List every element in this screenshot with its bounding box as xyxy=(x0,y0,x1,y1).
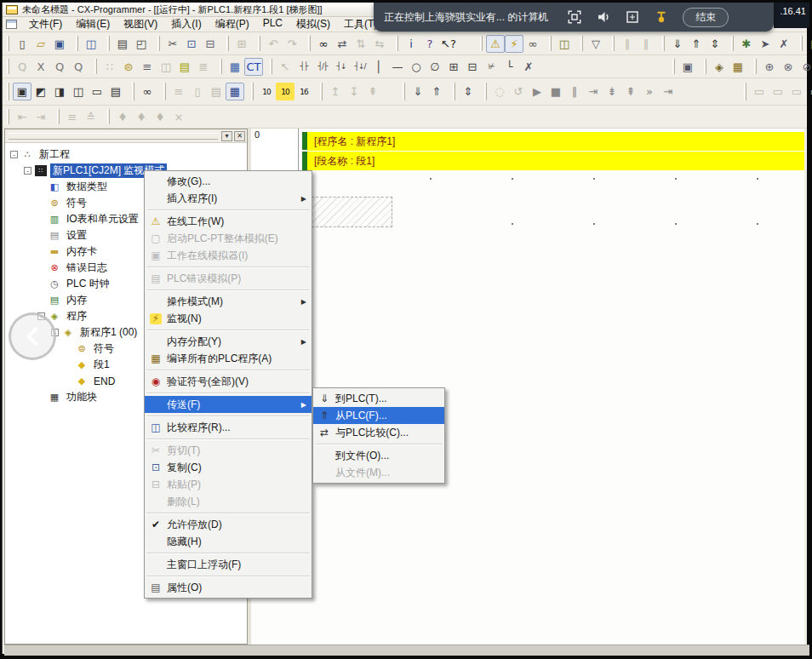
toolbar-grip[interactable] xyxy=(76,36,78,51)
new-contact-icon[interactable]: ┤├ xyxy=(294,58,313,76)
window-project-icon[interactable]: ▣ xyxy=(13,83,31,100)
tree-expander[interactable]: - xyxy=(10,151,18,158)
differentiate-icon[interactable]: ⊬ xyxy=(482,58,500,76)
menu-item-修改[interactable]: 修改(G)... xyxy=(145,173,312,190)
menu-item-插入程序[interactable]: 插入程序(I)▶ xyxy=(145,190,312,207)
menu-item-粘贴[interactable]: ⊟粘贴(P) xyxy=(145,476,312,493)
section-name-row[interactable]: [段名称 : 段1] xyxy=(307,152,804,170)
new-inverted-instruction-icon[interactable]: ⊟ xyxy=(463,58,482,76)
open-project-icon[interactable]: ▱ xyxy=(31,35,50,53)
zoom-out-icon[interactable]: Q xyxy=(50,58,69,76)
menu-模拟[interactable]: 模拟(S) xyxy=(289,16,337,32)
toolbar-grip[interactable] xyxy=(57,109,60,124)
toolbar-grip[interactable] xyxy=(580,36,583,51)
toolbar-grip[interactable] xyxy=(800,36,803,51)
sim-play-icon[interactable]: ▶ xyxy=(528,83,546,100)
erase-tool-icon[interactable]: ✗ xyxy=(519,58,538,76)
transfer-to-plc-icon[interactable]: ⇓ xyxy=(409,83,427,100)
toolbar-grip[interactable] xyxy=(107,109,110,124)
menu-item-从文件[interactable]: 从文件(M)... xyxy=(313,464,444,481)
toolbar-grip[interactable] xyxy=(308,36,311,51)
monitor-hex-icon[interactable]: 16 xyxy=(294,83,313,100)
program-name-row[interactable]: [程序名 : 新程序1] xyxy=(307,132,804,151)
menu-item-工作在线模拟器[interactable]: ▣工作在线模拟器(I) xyxy=(145,247,312,264)
new-file-icon[interactable]: ▯ xyxy=(13,35,31,53)
symbol-delete-icon[interactable]: ⊗ xyxy=(779,58,798,76)
online-edit-send-icon[interactable]: ➤ xyxy=(756,35,775,53)
new-horizontal-icon[interactable]: — xyxy=(388,58,407,76)
sim-step-out-icon[interactable]: ⇞ xyxy=(621,83,640,100)
toolbar-grip[interactable] xyxy=(132,83,134,101)
new-vertical-icon[interactable]: │ xyxy=(369,58,388,76)
cut-icon[interactable]: ✂ xyxy=(163,35,182,53)
end-session-button[interactable]: 结束 xyxy=(683,8,729,27)
menu-item-验证符号[interactable]: ◉验证符号(全部)(V) xyxy=(145,373,312,390)
menu-item-操作模式[interactable]: 操作模式(M)▶ xyxy=(145,293,312,310)
sim-fast-forward-icon[interactable]: » xyxy=(640,83,659,100)
transfer-from-plc-icon[interactable]: ⇑ xyxy=(427,83,446,100)
context-help-icon[interactable]: ↖? xyxy=(439,35,458,53)
close-panel-button[interactable]: ✕ xyxy=(234,131,245,141)
print-preview-icon[interactable]: ◰ xyxy=(132,35,151,53)
save-icon[interactable]: ▣ xyxy=(50,35,69,53)
sim-stop-icon[interactable]: ■ xyxy=(546,83,565,100)
new-closed-or-contact-icon[interactable]: ┤↓/ xyxy=(351,58,369,76)
online-edit-begin-icon[interactable]: ✱ xyxy=(737,35,756,53)
pin-icon[interactable] xyxy=(647,8,676,26)
child-window-icon[interactable] xyxy=(6,20,17,29)
print-icon[interactable]: ▤ xyxy=(113,35,132,53)
speaker-icon[interactable] xyxy=(589,8,618,26)
toolbar-grip[interactable] xyxy=(7,109,9,124)
transfer-compare-icon[interactable]: ⇕ xyxy=(459,83,477,100)
sim-step-in-icon[interactable]: ⇟ xyxy=(603,83,621,100)
symbol-insert-icon[interactable]: ⊕ xyxy=(760,58,779,76)
menu-视图[interactable]: 视图(V) xyxy=(117,16,164,32)
find-replace-icon[interactable]: ⇄ xyxy=(333,35,352,53)
toolbar-grip[interactable] xyxy=(704,59,706,74)
new-closed-coil-icon[interactable]: ∅ xyxy=(426,58,444,76)
toolbar-grip[interactable] xyxy=(7,59,9,74)
compile-program-icon[interactable]: ▦ xyxy=(729,58,747,76)
window-cross-ref-icon[interactable]: ◫ xyxy=(69,83,88,100)
toolbar-grip[interactable] xyxy=(396,36,398,51)
new-end-icon[interactable]: └ xyxy=(500,58,519,76)
program-check-icon[interactable]: ▣ xyxy=(678,58,697,76)
menu-item-从PLC[interactable]: ⇑从PLC(F)... xyxy=(313,407,444,424)
toolbar-grip[interactable] xyxy=(226,36,229,51)
menu-文件[interactable]: 文件(F) xyxy=(22,16,69,32)
new-or-contact-icon[interactable]: ┤↓ xyxy=(332,58,351,76)
toolbar-grip[interactable] xyxy=(480,36,483,51)
menu-item-删除[interactable]: 删除(L) xyxy=(145,493,312,510)
symbol-display-icon[interactable]: ⊜ xyxy=(119,58,138,76)
menu-item-内存分配[interactable]: 内存分配(Y)▶ xyxy=(145,333,312,350)
menu-item-PLC错误模拟[interactable]: ▤PLC错误模拟(P) xyxy=(145,270,312,287)
toolbar-grip[interactable] xyxy=(320,83,323,101)
toolbar-grip[interactable] xyxy=(731,36,734,51)
toolbar-grip[interactable] xyxy=(549,36,552,51)
symbol-verify-icon[interactable]: ⊘ xyxy=(798,58,812,76)
menu-item-隐藏[interactable]: 隐藏(H) xyxy=(145,533,312,550)
sim-run-to-end-icon[interactable]: ⇥ xyxy=(659,83,678,100)
view-monitoring-icon[interactable]: ∞ xyxy=(138,83,157,100)
menu-item-在线工作[interactable]: ⚠在线工作(W) xyxy=(145,213,312,230)
tree-expander[interactable]: - xyxy=(24,167,31,175)
toolbar-grip[interactable] xyxy=(7,36,9,51)
menu-item-属性[interactable]: ▤属性(O) xyxy=(145,579,312,596)
menu-item-到PLC[interactable]: ⇓到PLC(T)... xyxy=(313,390,444,407)
about-icon[interactable]: i xyxy=(402,35,420,53)
help-icon[interactable]: ? xyxy=(420,35,439,53)
monitor-mode-icon[interactable]: ⚡ xyxy=(505,35,523,53)
menu-编程[interactable]: 编程(P) xyxy=(209,16,256,32)
toolbar-grip[interactable] xyxy=(107,36,110,51)
monitor-signed-decimal-icon[interactable]: 10 xyxy=(276,83,294,100)
new-instruction-icon[interactable]: ⊞ xyxy=(444,58,463,76)
window-address-icon[interactable]: ▭ xyxy=(88,83,106,100)
work-online-icon[interactable]: ⚠ xyxy=(486,35,505,53)
toolbar-grip[interactable] xyxy=(220,59,222,74)
toolbar-grip[interactable] xyxy=(258,36,260,51)
toolbar-grip[interactable] xyxy=(94,59,97,74)
monitor-decimal-icon[interactable]: 10 xyxy=(257,83,276,100)
toolbar-grip[interactable] xyxy=(403,83,405,101)
sim-step-icon[interactable]: ⇥ xyxy=(584,83,603,100)
address-list-icon[interactable]: ≡ xyxy=(138,58,157,76)
